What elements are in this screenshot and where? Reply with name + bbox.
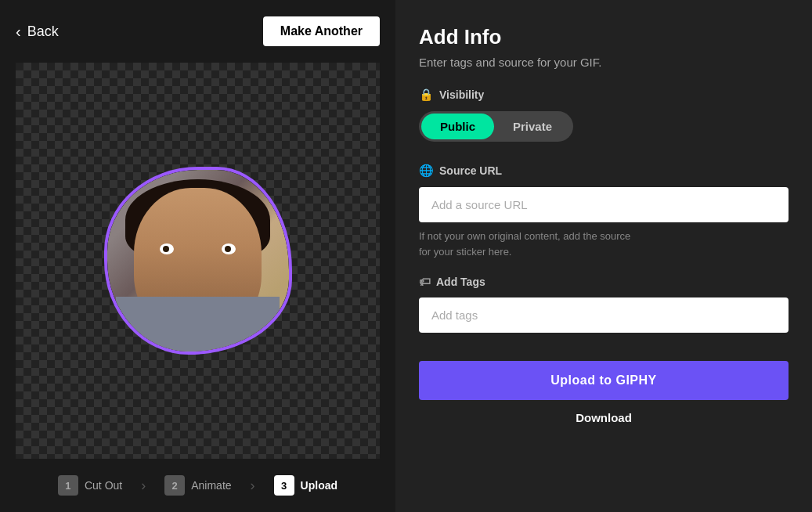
left-panel: ‹ Back Make Another — [0, 0, 395, 512]
step-3-number: 3 — [274, 475, 294, 496]
tags-input[interactable] — [419, 297, 789, 333]
upload-button[interactable]: Upload to GIPHY — [419, 361, 789, 400]
tags-label: Add Tags — [436, 276, 485, 288]
tags-section: 🏷 Add Tags — [419, 275, 789, 345]
visibility-toggle: Public Private — [419, 111, 573, 142]
right-panel: Add Info Enter tags and source for your … — [395, 0, 812, 512]
source-hint: If not your own original content, add th… — [419, 229, 789, 259]
main-layout: ‹ Back Make Another — [0, 0, 812, 512]
source-section: 🌐 Source URL If not your own original co… — [419, 164, 789, 259]
panel-subtitle: Enter tags and source for your GIF. — [419, 56, 789, 69]
sticker-shape — [88, 151, 308, 370]
sticker-blob — [104, 167, 292, 355]
tag-icon: 🏷 — [419, 275, 431, 288]
step-1: 1 Cut Out — [58, 475, 122, 496]
right-eye — [222, 243, 236, 254]
back-arrow-icon: ‹ — [16, 23, 21, 41]
source-url-input[interactable] — [419, 187, 789, 222]
top-bar: ‹ Back Make Another — [0, 0, 395, 63]
bottom-steps: 1 Cut Out › 2 Animate › 3 Upload — [0, 459, 395, 512]
step-2: 2 Animate — [164, 475, 231, 496]
public-toggle-button[interactable]: Public — [421, 114, 494, 139]
panel-title: Add Info — [419, 25, 789, 49]
visibility-label: Visibility — [439, 88, 484, 101]
step-1-number: 1 — [58, 475, 78, 496]
suit-area — [116, 297, 280, 352]
step-divider-1: › — [141, 478, 146, 494]
source-label: Source URL — [439, 164, 502, 177]
step-1-label: Cut Out — [85, 479, 122, 492]
back-button[interactable]: ‹ Back — [16, 23, 59, 41]
step-3-label: Upload — [301, 479, 337, 492]
make-another-button[interactable]: Make Another — [263, 16, 380, 46]
source-section-label: 🌐 Source URL — [419, 164, 789, 178]
private-toggle-button[interactable]: Private — [494, 114, 571, 139]
back-label: Back — [27, 23, 59, 40]
sticker-container — [88, 151, 308, 370]
canvas-area — [16, 63, 380, 459]
visibility-section-label: 🔒 Visibility — [419, 88, 789, 102]
person-image — [107, 170, 289, 352]
lock-icon: 🔒 — [419, 88, 434, 102]
step-3: 3 Upload — [274, 475, 337, 496]
globe-icon: 🌐 — [419, 164, 434, 178]
step-2-number: 2 — [164, 475, 185, 496]
download-button[interactable]: Download — [419, 411, 789, 424]
person-eyes — [160, 243, 236, 254]
step-divider-2: › — [251, 478, 255, 494]
tags-section-label: 🏷 Add Tags — [419, 275, 789, 288]
left-eye — [160, 243, 174, 254]
step-2-label: Animate — [191, 479, 231, 492]
